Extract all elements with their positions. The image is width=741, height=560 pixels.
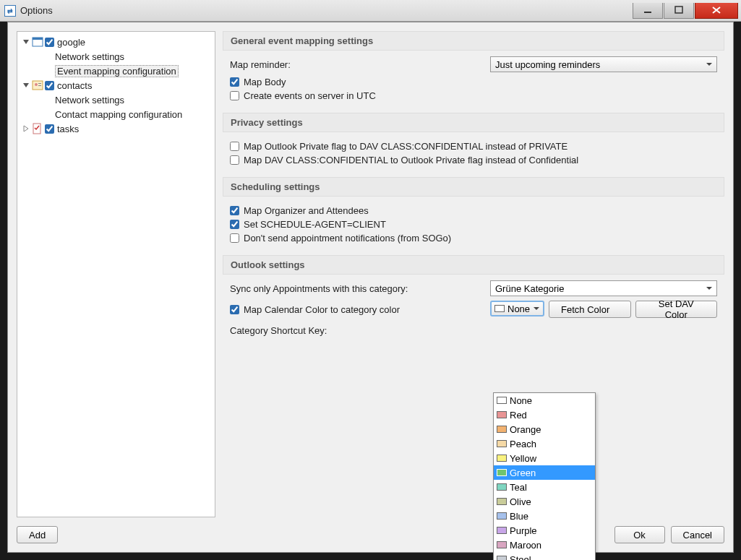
privacy-opt1-checkbox[interactable] <box>230 142 239 151</box>
profiles-tree[interactable]: google Network settings Event mapping co… <box>17 31 215 517</box>
map-reminder-label: Map reminder: <box>230 59 490 70</box>
color-item-steel[interactable]: Steel <box>494 552 595 560</box>
section-outlook-header: Outlook settings <box>223 255 724 275</box>
sched-opt1-checkbox[interactable] <box>230 206 239 215</box>
shortcut-key-label: Category Shortcut Key: <box>230 325 490 336</box>
expand-icon[interactable] <box>22 38 30 46</box>
svg-point-7 <box>35 83 38 86</box>
titlebar[interactable]: ⇄ Options <box>0 0 741 22</box>
tree-check-tasks[interactable] <box>45 124 54 134</box>
color-item-orange[interactable]: Orange <box>494 422 595 436</box>
map-body-checkbox[interactable] <box>230 77 239 87</box>
tasks-icon <box>32 123 43 134</box>
sched-opt2-checkbox[interactable] <box>230 220 239 229</box>
tree-node-contacts[interactable]: contacts <box>17 78 215 92</box>
maximize-button[interactable] <box>664 3 694 19</box>
svg-rect-9 <box>38 85 41 86</box>
color-item-purple[interactable]: Purple <box>494 523 595 538</box>
svg-rect-3 <box>33 38 43 40</box>
color-swatch <box>497 397 507 404</box>
app-icon: ⇄ <box>4 5 16 17</box>
client-area: google Network settings Event mapping co… <box>7 22 734 553</box>
map-color-checkbox[interactable] <box>230 305 239 314</box>
color-item-yellow[interactable]: Yellow <box>494 451 595 465</box>
color-swatch <box>497 527 507 534</box>
color-item-blue[interactable]: Blue <box>494 509 595 523</box>
color-swatch <box>497 455 507 462</box>
color-item-green[interactable]: Green <box>494 465 595 480</box>
fetch-color-button[interactable]: Fetch Color <box>549 301 630 318</box>
color-dropdown-button[interactable]: None <box>490 301 544 316</box>
sync-category-dropdown[interactable]: Grüne Kategorie <box>490 280 717 296</box>
contacts-icon <box>32 79 43 91</box>
close-button[interactable] <box>695 3 738 19</box>
section-general-header: General event mapping settings <box>223 31 724 51</box>
tree-node-google[interactable]: google <box>17 35 215 49</box>
ok-button[interactable]: Ok <box>614 526 665 543</box>
color-item-red[interactable]: Red <box>494 408 595 422</box>
color-swatch <box>497 512 507 520</box>
tree-label: google <box>57 37 85 48</box>
calendar-icon <box>32 36 43 48</box>
color-item-peach[interactable]: Peach <box>494 436 595 451</box>
color-swatch <box>497 411 507 418</box>
color-item-teal[interactable]: Teal <box>494 480 595 494</box>
cancel-button[interactable]: Cancel <box>671 526 724 543</box>
svg-rect-0 <box>644 12 651 13</box>
svg-rect-1 <box>675 7 682 13</box>
tree-node-contacts-mapping[interactable]: Contact mapping configuration <box>17 107 215 121</box>
svg-rect-8 <box>38 83 41 84</box>
color-swatch <box>497 556 507 560</box>
color-swatch <box>497 426 507 433</box>
set-dav-color-button[interactable]: Set DAV Color <box>635 301 717 318</box>
collapse-icon[interactable] <box>22 124 30 133</box>
color-item-none[interactable]: None <box>494 393 595 408</box>
add-button[interactable]: Add <box>17 526 58 543</box>
color-dropdown-list[interactable]: NoneRedOrangePeachYellowGreenTealOliveBl… <box>493 392 596 560</box>
tree-check-contacts[interactable] <box>45 81 54 90</box>
section-scheduling-header: Scheduling settings <box>223 177 724 197</box>
options-window: ⇄ Options google Network settings Event … <box>0 0 741 560</box>
expand-icon[interactable] <box>22 81 30 90</box>
tree-label: tasks <box>57 124 79 134</box>
color-item-olive[interactable]: Olive <box>494 494 595 509</box>
tree-label: contacts <box>57 80 92 91</box>
color-item-maroon[interactable]: Maroon <box>494 538 595 552</box>
tree-node-google-eventmapping[interactable]: Event mapping configuration <box>17 64 215 78</box>
color-swatch <box>497 440 507 447</box>
window-title: Options <box>20 5 632 16</box>
tree-node-contacts-network[interactable]: Network settings <box>17 92 215 107</box>
section-privacy-header: Privacy settings <box>223 113 724 132</box>
tree-node-tasks[interactable]: tasks <box>17 121 215 136</box>
tree-node-google-network[interactable]: Network settings <box>17 49 215 64</box>
map-reminder-dropdown[interactable]: Just upcoming reminders <box>490 56 717 72</box>
color-swatch <box>497 498 507 505</box>
minimize-button[interactable] <box>633 3 663 19</box>
create-utc-checkbox[interactable] <box>230 91 239 100</box>
color-swatch <box>497 469 507 476</box>
sync-category-label: Sync only Appointments with this categor… <box>230 283 490 294</box>
privacy-opt2-checkbox[interactable] <box>230 155 239 165</box>
color-swatch <box>497 541 507 548</box>
settings-panel: General event mapping settings Map remin… <box>223 31 724 517</box>
tree-check-google[interactable] <box>45 38 54 47</box>
color-swatch <box>497 483 507 491</box>
sched-opt3-checkbox[interactable] <box>230 233 239 243</box>
